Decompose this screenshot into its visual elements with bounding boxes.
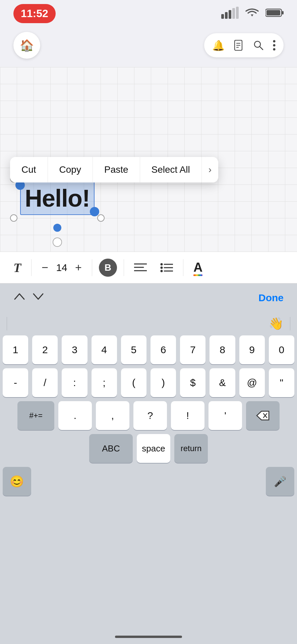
text-element[interactable]: Hello! [20,185,95,212]
key-comma[interactable]: , [96,401,129,430]
svg-point-22 [160,266,163,269]
font-size-increase[interactable]: + [72,261,85,274]
key-8[interactable]: 8 [210,335,235,364]
key-4[interactable]: 4 [92,335,117,364]
key-delete[interactable] [246,401,280,430]
svg-rect-7 [266,10,280,15]
paste-button[interactable]: Paste [93,157,140,182]
key-at[interactable]: @ [239,368,265,397]
bold-icon: B [105,262,111,273]
svg-rect-6 [282,11,284,14]
key-exclaim[interactable]: ! [171,401,204,430]
copy-button[interactable]: Copy [48,157,93,182]
nav-actions: 🔔 [204,33,284,57]
key-colon[interactable]: : [62,368,87,397]
key-space[interactable]: space [137,434,170,463]
font-size-group: − 14 + [38,261,85,274]
keyboard: 👋 1 2 3 4 5 6 7 8 9 0 - / : ; ( ) $ & @ … [0,312,297,644]
svg-rect-2 [229,10,231,19]
home-indicator [115,636,182,638]
selection-handle-bottom-center[interactable] [53,224,61,232]
home-button[interactable]: 🏠 [13,32,40,59]
status-time: 11:52 [13,4,56,23]
top-nav: 🏠 🔔 [0,30,297,60]
key-dollar[interactable]: $ [180,368,205,397]
key-2[interactable]: 2 [32,335,58,364]
fmt-divider-2 [92,259,92,276]
selection-handle-bottom-right[interactable] [90,207,99,216]
color-a-icon: A [193,260,202,275]
key-dash[interactable]: - [3,368,28,397]
svg-line-13 [260,47,263,50]
doc-button[interactable] [234,40,244,51]
status-bar: 11:52 [0,0,297,27]
svg-rect-4 [236,7,239,19]
search-button[interactable] [253,40,263,50]
keyboard-row-emoji-mic: 😊 🎤 [0,467,297,496]
key-period[interactable]: . [58,401,92,430]
svg-point-16 [273,48,276,51]
key-mic[interactable]: 🎤 [266,467,294,496]
context-menu: Cut Copy Paste Select All › [10,157,218,182]
keyboard-nav-bar: Done [0,283,297,312]
key-question[interactable]: ? [133,401,167,430]
cut-button[interactable]: Cut [10,157,48,182]
svg-rect-1 [225,12,228,19]
nav-down-button[interactable] [32,292,44,304]
key-symbols-switch[interactable]: #+= [17,401,54,430]
keyboard-row-numbers: 1 2 3 4 5 6 7 8 9 0 [0,335,297,364]
keyboard-top-decor: 👋 [0,312,297,335]
keyboard-row-special: #+= . , ? ! ' [0,401,297,430]
svg-point-15 [273,44,276,47]
text-type-button[interactable]: T [10,260,24,275]
fmt-divider-1 [31,259,32,276]
nav-up-button[interactable] [13,292,25,304]
svg-rect-3 [232,8,235,19]
key-open-paren[interactable]: ( [121,368,146,397]
key-1[interactable]: 1 [3,335,28,364]
context-menu-more-arrow[interactable]: › [202,157,218,182]
key-return[interactable]: return [174,434,208,463]
bell-button[interactable]: 🔔 [212,40,225,51]
key-ampersand[interactable]: & [210,368,235,397]
key-quote[interactable]: " [269,368,294,397]
formatting-bar: T − 14 + B A [0,252,297,283]
key-emoji[interactable]: 😊 [3,467,31,496]
list-button[interactable] [157,263,176,273]
key-slash[interactable]: / [32,368,58,397]
keyboard-row-bottom: ABC space return [0,434,297,463]
key-5[interactable]: 5 [121,335,146,364]
selected-text[interactable]: Hello! [20,181,95,215]
bold-button[interactable]: B [99,259,117,277]
key-0[interactable]: 0 [269,335,294,364]
key-apostrophe[interactable]: ' [209,401,242,430]
svg-rect-0 [221,14,224,19]
wave-emoji: 👋 [269,317,284,331]
font-size-decrease[interactable]: − [38,261,52,274]
keyboard-row-symbols: - / : ; ( ) $ & @ " [0,368,297,397]
text-type-icon: T [13,260,21,275]
align-button[interactable] [131,263,150,273]
kbd-divider-left [7,317,7,330]
key-6[interactable]: 6 [151,335,176,364]
text-color-button[interactable]: A [190,260,206,275]
more-button[interactable] [273,40,276,51]
battery-icon [265,8,284,19]
svg-point-14 [273,40,276,43]
key-7[interactable]: 7 [180,335,205,364]
fmt-divider-3 [124,259,124,276]
svg-point-20 [160,263,163,265]
key-close-paren[interactable]: ) [151,368,176,397]
key-9[interactable]: 9 [239,335,265,364]
fmt-divider-4 [183,259,183,276]
key-abc[interactable]: ABC [89,434,133,463]
done-button[interactable]: Done [258,292,284,304]
rotate-handle[interactable] [53,237,62,247]
wifi-icon [245,7,259,20]
status-icons [221,7,284,20]
text-element-wrapper: Hello! [20,185,95,212]
select-all-button[interactable]: Select All [140,157,202,182]
key-3[interactable]: 3 [62,335,87,364]
key-semicolon[interactable]: ; [92,368,117,397]
svg-point-24 [160,270,163,272]
